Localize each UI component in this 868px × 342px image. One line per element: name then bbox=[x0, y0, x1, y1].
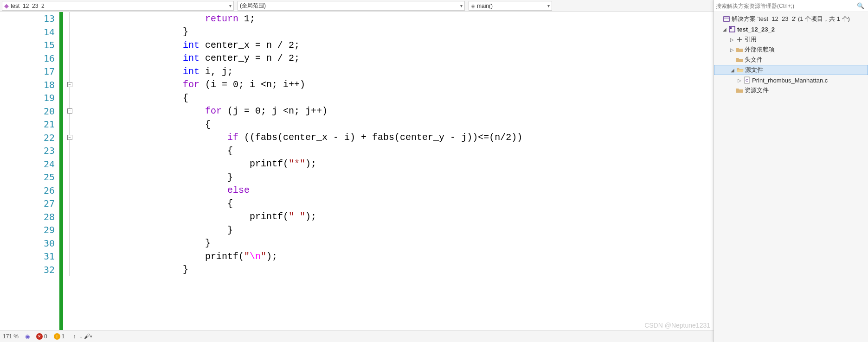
code-line[interactable]: } bbox=[138, 237, 522, 250]
expand-icon[interactable]: ▷ bbox=[729, 47, 735, 52]
fold-cell: − bbox=[65, 78, 74, 92]
external-deps-node[interactable]: ▷ 外部依赖项 bbox=[714, 44, 868, 55]
collapse-icon[interactable]: ◢ bbox=[729, 68, 736, 73]
warning-count[interactable]: !1 bbox=[54, 333, 65, 340]
project-label: test_12_23_2 bbox=[737, 26, 775, 33]
nav-up-icon[interactable]: ↑ bbox=[73, 333, 76, 340]
line-number: 30 bbox=[0, 237, 59, 250]
code-line[interactable]: } bbox=[138, 25, 522, 39]
collapse-icon[interactable]: ◢ bbox=[721, 27, 728, 32]
headers-node[interactable]: 头文件 bbox=[714, 55, 868, 65]
fold-cell bbox=[65, 223, 74, 237]
code-line[interactable]: int i, j; bbox=[138, 65, 522, 78]
folder-icon bbox=[735, 87, 744, 94]
code-line[interactable]: int center_x = n / 2; bbox=[138, 38, 522, 52]
code-line[interactable]: if ((fabs(center_x - i) + fabs(center_y … bbox=[138, 131, 522, 145]
line-number: 28 bbox=[0, 210, 59, 224]
line-number: 24 bbox=[0, 158, 59, 171]
brush-icon[interactable]: 🖌▾ bbox=[84, 333, 92, 340]
references-node[interactable]: ▷ 引用 bbox=[714, 34, 868, 44]
search-icon[interactable]: 🔍 bbox=[855, 2, 866, 9]
svg-rect-0 bbox=[724, 17, 729, 21]
fold-cell bbox=[65, 171, 74, 184]
line-number: 17 bbox=[0, 65, 59, 78]
code-line[interactable]: for (i = 0; i <n; i++) bbox=[138, 78, 522, 92]
line-number: 27 bbox=[0, 197, 59, 210]
source-file-label: Print_rhombus_Manhattan.c bbox=[752, 77, 828, 84]
references-label: 引用 bbox=[745, 35, 757, 44]
fold-cell bbox=[65, 210, 74, 224]
fold-cell bbox=[65, 184, 74, 197]
solution-search-row: 🔍 bbox=[714, 0, 868, 12]
code-editor[interactable]: 1314151617181920212223242526272829303132… bbox=[0, 12, 714, 330]
project-icon bbox=[728, 25, 736, 33]
chevron-down-icon: ▾ bbox=[547, 3, 550, 8]
scope-dropdown[interactable]: (全局范围) ▾ bbox=[238, 1, 465, 11]
resources-node[interactable]: 资源文件 bbox=[714, 85, 868, 95]
code-line[interactable]: int center_y = n / 2; bbox=[138, 52, 522, 65]
code-line[interactable]: { bbox=[138, 91, 522, 105]
fold-cell bbox=[65, 237, 74, 250]
fold-toggle[interactable]: − bbox=[67, 135, 72, 140]
function-dropdown-label: main() bbox=[477, 3, 493, 9]
solution-label: 解决方案 'test_12_23_2' (1 个项目，共 1 个) bbox=[732, 15, 850, 23]
code-line[interactable]: printf(" "); bbox=[138, 210, 522, 224]
solution-icon bbox=[722, 15, 731, 23]
expand-icon[interactable]: ▷ bbox=[736, 78, 743, 83]
code-content[interactable]: return 1; } int center_x = n / 2; int ce… bbox=[138, 12, 522, 330]
source-file-node[interactable]: ▷ C Print_rhombus_Manhattan.c bbox=[714, 75, 868, 85]
code-line[interactable]: } bbox=[138, 171, 522, 184]
function-dropdown[interactable]: ◈ main() ▾ bbox=[469, 1, 552, 11]
expand-icon[interactable]: ▷ bbox=[729, 37, 735, 42]
fold-cell bbox=[65, 250, 74, 263]
code-line[interactable]: { bbox=[138, 144, 522, 158]
sources-node[interactable]: ◢ 源文件 bbox=[714, 65, 868, 75]
nav-down-icon[interactable]: ↓ bbox=[79, 333, 82, 340]
project-node[interactable]: ◢ test_12_23_2 bbox=[714, 24, 868, 34]
svg-text:C: C bbox=[746, 78, 748, 82]
svg-point-3 bbox=[739, 39, 740, 40]
method-icon: ◈ bbox=[471, 3, 475, 9]
file-dropdown-label: test_12_23_2 bbox=[11, 3, 45, 9]
warning-icon: ! bbox=[54, 333, 60, 340]
code-line[interactable]: printf("\n"); bbox=[138, 250, 522, 263]
line-number: 20 bbox=[0, 105, 59, 118]
code-line[interactable]: else bbox=[138, 184, 522, 197]
solution-node[interactable]: 解决方案 'test_12_23_2' (1 个项目，共 1 个) bbox=[714, 14, 868, 24]
sources-label: 源文件 bbox=[745, 66, 763, 74]
code-line[interactable]: for (j = 0; j <n; j++) bbox=[138, 105, 522, 118]
line-number: 15 bbox=[0, 38, 59, 52]
line-number: 19 bbox=[0, 91, 59, 105]
scope-dropdown-label: (全局范围) bbox=[240, 2, 266, 10]
fold-toggle[interactable]: − bbox=[67, 108, 72, 114]
code-line[interactable]: } bbox=[138, 263, 522, 277]
folder-icon bbox=[735, 56, 744, 63]
fold-cell bbox=[65, 197, 74, 210]
fold-toggle[interactable]: − bbox=[67, 82, 72, 87]
fold-gutter: −−− bbox=[65, 12, 74, 330]
line-number: 18 bbox=[0, 78, 59, 92]
error-count[interactable]: ✕0 bbox=[36, 333, 47, 340]
info-icon[interactable]: ◉ bbox=[25, 333, 30, 340]
line-number: 29 bbox=[0, 223, 59, 237]
zoom-level[interactable]: 171 % bbox=[3, 333, 19, 340]
code-line[interactable]: return 1; bbox=[138, 12, 522, 25]
file-dropdown[interactable]: ◆ test_12_23_2 ▾ bbox=[2, 1, 234, 11]
line-number: 32 bbox=[0, 263, 59, 277]
solution-tree: 解决方案 'test_12_23_2' (1 个项目，共 1 个) ◢ test… bbox=[714, 12, 868, 97]
fold-cell bbox=[65, 91, 74, 105]
code-line[interactable]: printf("*"); bbox=[138, 158, 522, 171]
code-line[interactable]: { bbox=[138, 197, 522, 210]
fold-cell bbox=[65, 118, 74, 131]
solution-search-input[interactable] bbox=[716, 3, 855, 9]
fold-cell bbox=[65, 263, 74, 277]
headers-label: 头文件 bbox=[745, 56, 763, 64]
svg-rect-1 bbox=[729, 26, 735, 32]
solution-explorer: 🔍 解决方案 'test_12_23_2' (1 个项目，共 1 个) ◢ te… bbox=[714, 0, 868, 342]
code-line[interactable]: { bbox=[138, 118, 522, 131]
fold-cell bbox=[65, 12, 74, 25]
code-line[interactable]: } bbox=[138, 223, 522, 237]
c-file-icon: C bbox=[743, 76, 751, 84]
line-number: 14 bbox=[0, 25, 59, 39]
chevron-down-icon: ▾ bbox=[229, 3, 231, 8]
